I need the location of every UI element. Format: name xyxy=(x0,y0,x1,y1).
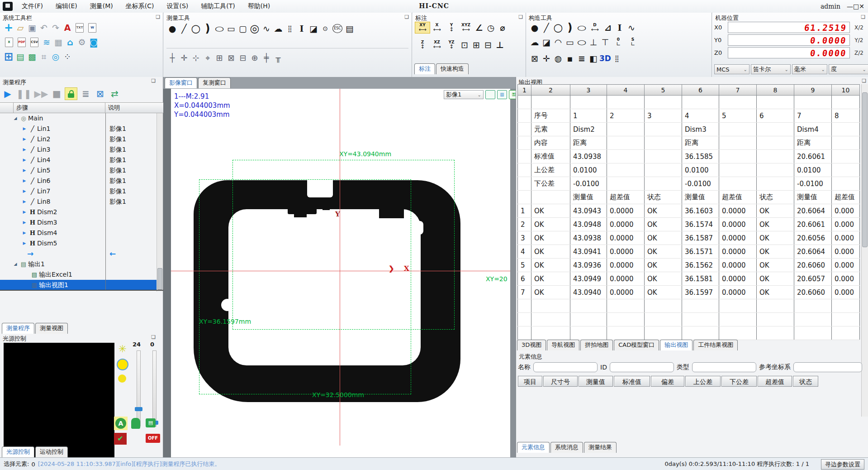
tree-row-Dism5[interactable]: ▶HDism5 xyxy=(0,238,157,249)
run-button[interactable]: ▶ xyxy=(2,88,14,100)
c-boxline-icon[interactable]: ⊠ xyxy=(529,53,541,64)
selector-2[interactable]: 毫米⌄ xyxy=(792,64,827,74)
tree-row-输出视图1[interactable]: ▥输出视图1 xyxy=(0,280,157,290)
pause-button[interactable]: ❚❚ xyxy=(16,88,32,100)
stop-button[interactable]: ■ xyxy=(51,88,62,100)
c-blob-icon[interactable]: ☁ xyxy=(529,36,541,48)
tree-scrollbar[interactable] xyxy=(157,113,163,292)
csv-doc-icon[interactable]: CSV xyxy=(30,38,38,47)
info-header-4[interactable]: 偏差 xyxy=(651,376,684,387)
dim-x-icon[interactable]: X⟷ xyxy=(430,22,444,33)
c-plane-icon[interactable]: ◪ xyxy=(541,36,552,48)
image-window-tab-1[interactable]: 复测窗口 xyxy=(198,77,231,88)
add-icon[interactable]: + xyxy=(3,22,14,34)
line-tool-icon[interactable]: ╱ xyxy=(178,23,190,34)
coaxial-light-icon[interactable] xyxy=(117,359,128,370)
camera-select[interactable]: 影像1⌄ xyxy=(444,90,484,99)
menu-item-1[interactable]: 编辑(E) xyxy=(50,1,83,12)
list-button[interactable]: ≣ xyxy=(80,88,91,100)
target-icon[interactable]: ◎ xyxy=(50,51,62,62)
pointcloud-tool-icon[interactable]: ⣿ xyxy=(284,23,296,34)
half-axis-button-Y0[interactable]: Y/2 xyxy=(852,37,866,43)
info-header-7[interactable]: 超差值 xyxy=(758,376,792,387)
annotation-tab-1[interactable]: 快速构造 xyxy=(436,63,469,74)
circle-tool-icon[interactable]: ○ xyxy=(190,23,202,34)
c-curve-icon[interactable]: ∿ xyxy=(626,22,637,34)
column-header-3[interactable]: 3 xyxy=(570,85,607,96)
view-tab-3[interactable]: CAD模型窗口 xyxy=(614,340,659,350)
left-panel-tab-0[interactable]: 测量程序 xyxy=(2,323,34,334)
roi-bracket-icon[interactable] xyxy=(485,90,495,99)
home-icon[interactable]: ⌂ xyxy=(64,36,76,48)
selector-0[interactable]: MCS⌄ xyxy=(714,64,749,74)
save-icon[interactable]: ▣ xyxy=(26,22,38,34)
radius-dim-icon[interactable]: ◷ xyxy=(485,22,497,34)
column-header-6[interactable]: 6 xyxy=(682,85,719,96)
selector-3[interactable]: 度⌄ xyxy=(829,64,868,74)
c-ellipse-icon[interactable]: ○ xyxy=(574,23,589,32)
column-header-5[interactable]: 5 xyxy=(645,85,682,96)
info-header-5[interactable]: 上公差 xyxy=(685,376,721,387)
maximize-button[interactable]: □ xyxy=(853,3,859,10)
tree-row-Main[interactable]: ◢◎Main xyxy=(0,113,157,124)
vertical-splitter[interactable] xyxy=(163,89,171,457)
expander-icon[interactable]: ▶ xyxy=(21,197,28,207)
expander-icon[interactable]: ▶ xyxy=(21,217,28,228)
menu-item-6[interactable]: 帮助(H) xyxy=(242,1,275,12)
half-axis-button-Z0[interactable]: Z/2 xyxy=(852,50,866,56)
menu-item-5[interactable]: 辅助工具(T) xyxy=(195,1,240,12)
dim-xyz-icon[interactable]: XYZ⟷ xyxy=(459,22,473,33)
c-pin-up-icon[interactable]: ⊤ xyxy=(599,36,611,48)
box-dim-3-icon[interactable]: ⊟ xyxy=(482,39,494,51)
tree-row-Lin7[interactable]: ▶╱Lin7影像1 xyxy=(0,186,157,197)
open-folder-icon[interactable]: ▱ xyxy=(14,22,26,34)
expander-icon[interactable]: ▶ xyxy=(21,228,28,238)
field-input-3[interactable] xyxy=(793,362,862,372)
histogram-icon[interactable]: ▥ xyxy=(497,90,507,99)
menu-item-2[interactable]: 测量(M) xyxy=(85,1,119,12)
column-header-2[interactable]: 2 xyxy=(531,85,570,96)
pick-line-icon[interactable]: ⌖ xyxy=(202,52,213,64)
dim-z-icon[interactable]: Z↕ xyxy=(415,39,430,50)
cad-export-icon[interactable]: A xyxy=(62,22,73,34)
light-panel-button[interactable]: ▤ xyxy=(146,418,156,427)
info-header-6[interactable]: 下公差 xyxy=(721,376,757,387)
slot-tool-icon[interactable]: ▢ xyxy=(237,23,249,34)
circle-plus-icon[interactable]: ⊕ xyxy=(249,52,261,64)
c-dome-icon[interactable]: ◠ xyxy=(552,36,564,48)
steps-column-header[interactable]: 步骤 xyxy=(14,103,105,113)
gauge-doc-tool-icon[interactable]: ▤ xyxy=(344,23,356,34)
expander-icon[interactable]: ▶ xyxy=(21,207,28,217)
menu-item-3[interactable]: 坐标系(C) xyxy=(120,1,160,12)
lamp-button[interactable] xyxy=(131,418,140,429)
dim-y-icon[interactable]: Y↕ xyxy=(444,22,459,33)
field-input-2[interactable] xyxy=(692,362,756,372)
c-axes-0-icon[interactable]: 0∟ xyxy=(611,37,626,48)
panel-float-icon[interactable]: ❏ xyxy=(404,14,409,20)
tree-row-Lin6[interactable]: ▶╱Lin6影像1 xyxy=(0,176,157,186)
c-shade-icon[interactable]: ◧ xyxy=(588,53,599,64)
c-line-icon[interactable]: ╱ xyxy=(541,22,552,34)
height-gauge-tool-icon[interactable]: I xyxy=(296,23,308,34)
plane-tool-icon[interactable]: ◪ xyxy=(308,23,319,34)
tree-row-insert-point[interactable]: →← xyxy=(0,249,157,259)
tile-grid-icon[interactable]: ⊞ xyxy=(3,51,14,62)
box-plus-icon[interactable]: ⊞ xyxy=(213,52,225,64)
c-height-icon[interactable]: I xyxy=(614,22,626,34)
ring-light-icon[interactable]: ✳ xyxy=(117,343,128,355)
point-tool-icon[interactable]: ● xyxy=(166,23,178,34)
view-tab-1[interactable]: 导航视图 xyxy=(547,340,579,350)
dim-xz-icon[interactable]: XZ⟷ xyxy=(430,39,444,50)
tree-row-Dism3[interactable]: ▶HDism3 xyxy=(0,217,157,228)
tree-row-Lin2[interactable]: ▶╱Lin2影像1 xyxy=(0,134,157,144)
diameter-dim-icon[interactable]: ⌀ xyxy=(497,22,508,34)
half-axis-button-X0[interactable]: X/2 xyxy=(852,24,866,31)
tree-row-输出Excel1[interactable]: ▤输出Excel1 xyxy=(0,269,157,280)
expander-icon[interactable]: ▶ xyxy=(21,238,28,249)
panel-float-icon[interactable]: ❏ xyxy=(151,78,156,84)
selection-box-icon[interactable]: ⌗ xyxy=(38,51,50,62)
ellipse-tool-icon[interactable]: ○ xyxy=(212,24,227,33)
panel-float-icon[interactable]: ❏ xyxy=(156,14,160,20)
esc-tool-icon[interactable]: ESC xyxy=(332,24,342,33)
tree-row-Dism2[interactable]: ▶HDism2 xyxy=(0,207,157,217)
